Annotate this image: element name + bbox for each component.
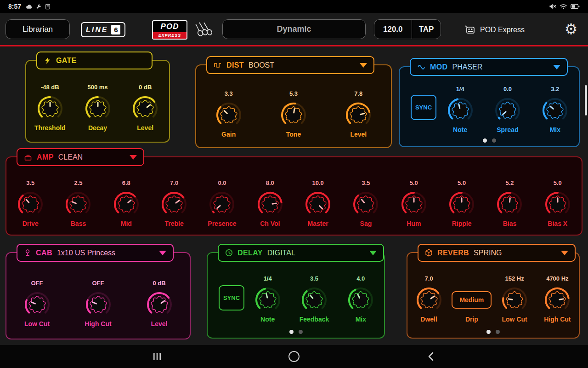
- pagination-dots[interactable]: [208, 330, 384, 334]
- express-logo-text: EXPRESS: [153, 32, 187, 39]
- delay-block: DELAY DIGITAL SYNC 1/4Note3.5Feedback4.0…: [207, 252, 385, 339]
- param-value: 0 dB: [153, 280, 165, 287]
- mod-header[interactable]: MOD PHASER: [410, 58, 568, 76]
- knob-mid[interactable]: 6.8Mid: [102, 179, 150, 227]
- knob-icon: [346, 285, 375, 315]
- gate-params: -48 dBThreshold500 msDecay0 dBLevel: [26, 72, 169, 132]
- param-value: OFF: [31, 280, 43, 287]
- knob-icon: [303, 190, 333, 219]
- param-value: 5.2: [505, 179, 514, 187]
- param-value: 3.5: [310, 275, 318, 282]
- knob-icon: [446, 96, 475, 125]
- param-label: Ripple: [452, 220, 472, 227]
- dist-params: 3.3Gain5.3Tone7.8Level: [196, 76, 391, 138]
- mod-body: SYNC 1/4Note0.0Spread3.2Mix: [400, 78, 579, 146]
- line6-logo-text: LINE: [86, 26, 108, 34]
- microphone-icon: [24, 249, 31, 257]
- knob-decay[interactable]: 500 msDecay: [74, 84, 122, 132]
- block-name: AMP: [37, 153, 54, 161]
- tap-tempo-button[interactable]: TAP: [412, 25, 441, 34]
- param-label: Note: [453, 126, 467, 133]
- param-button-drip[interactable]: Medium: [452, 291, 492, 309]
- param-value: 4700 Hz: [546, 275, 568, 282]
- param-value: 3.5: [26, 179, 34, 187]
- librarian-button[interactable]: Librarian: [6, 19, 70, 39]
- block-name: DIST: [226, 61, 244, 69]
- guitars-icon[interactable]: [195, 21, 216, 38]
- reverb-params: 7.0Dwell MediumDrip152 HzLow Cut4700 HzH…: [407, 264, 579, 323]
- knob-bass[interactable]: 2.5Bass: [54, 179, 102, 227]
- knob-mix[interactable]: 4.0Mix: [338, 275, 384, 323]
- tempo-value[interactable]: 120.0: [374, 25, 412, 34]
- knob-low-cut[interactable]: 152 HzLow Cut: [493, 275, 536, 323]
- knob-note[interactable]: 1/4Note: [244, 275, 291, 323]
- battery-icon: [571, 4, 580, 9]
- knob-master[interactable]: 10.0Master: [294, 179, 342, 227]
- knob-icon: [279, 100, 308, 130]
- knob-level[interactable]: 0 dBLevel: [129, 280, 190, 328]
- block-name: MOD: [430, 63, 448, 71]
- knob-drive[interactable]: 3.5Drive: [6, 179, 54, 227]
- page-dot[interactable]: [289, 330, 294, 334]
- app-root: 8:57 Librarian LINE 6 POD EXPRESS: [0, 0, 588, 368]
- amp-body: 3.5Drive2.5Bass6.8Mid7.0Treble0.0Presenc…: [6, 168, 582, 235]
- pod-express-logo: POD EXPRESS: [152, 20, 187, 40]
- app-toolbar: Librarian LINE 6 POD EXPRESS Dynamic 120…: [0, 13, 588, 45]
- dropdown-caret-icon: [159, 251, 166, 255]
- scrollbar[interactable]: [585, 85, 587, 115]
- page-dot[interactable]: [486, 330, 491, 334]
- reverb-header[interactable]: REVERB SPRING: [418, 244, 576, 262]
- dist-body: 3.3Gain5.3Tone7.8Level: [196, 76, 391, 147]
- knob-icon: [253, 285, 283, 315]
- page-dot[interactable]: [496, 330, 500, 334]
- knob-mix[interactable]: 3.2Mix: [531, 86, 579, 133]
- knob-gain[interactable]: 3.3Gain: [196, 90, 261, 138]
- recents-button[interactable]: [148, 347, 166, 366]
- page-dot[interactable]: [299, 330, 303, 334]
- knob-threshold[interactable]: -48 dBThreshold: [26, 84, 74, 132]
- knob-spread[interactable]: 0.0Spread: [484, 86, 531, 133]
- knob-ch-vol[interactable]: 8.0Ch Vol: [246, 179, 294, 227]
- knob-bias[interactable]: 5.2Bias: [486, 179, 533, 227]
- param-value: 8.0: [266, 179, 274, 187]
- pagination-dots[interactable]: [407, 330, 579, 334]
- cab-header[interactable]: CAB 1x10 US Princess: [17, 244, 174, 262]
- knob-ripple[interactable]: 5.0Ripple: [438, 179, 486, 227]
- param-label: Treble: [165, 220, 184, 227]
- knob-low-cut[interactable]: OFFLow Cut: [6, 280, 68, 328]
- knob-feedback[interactable]: 3.5Feedback: [291, 275, 337, 323]
- gate-icon: [44, 57, 51, 64]
- device-selector[interactable]: POD Express: [465, 24, 525, 36]
- page-dot[interactable]: [483, 138, 487, 143]
- settings-gear-icon[interactable]: ⚙: [561, 19, 581, 39]
- amp-header[interactable]: AMP CLEAN: [17, 148, 144, 166]
- sync-button[interactable]: SYNC: [219, 285, 244, 310]
- gate-header[interactable]: GATE: [36, 52, 153, 69]
- knob-treble[interactable]: 7.0Treble: [150, 179, 198, 227]
- delay-header[interactable]: DELAY DIGITAL: [218, 244, 384, 262]
- knob-presence[interactable]: 0.0Presence: [198, 179, 246, 227]
- knob-bias-x[interactable]: 5.0Bias X: [534, 179, 582, 227]
- knob-high-cut[interactable]: OFFHigh Cut: [68, 280, 129, 328]
- param-label: Dwell: [420, 316, 437, 323]
- knob-high-cut[interactable]: 4700 HzHigh Cut: [536, 275, 579, 323]
- knob-icon: [495, 190, 524, 219]
- home-button[interactable]: [285, 347, 303, 366]
- preset-selector[interactable]: Dynamic: [222, 19, 366, 39]
- knob-level[interactable]: 7.8Level: [326, 90, 391, 138]
- knob-level[interactable]: 0 dBLevel: [121, 84, 169, 132]
- knob-tone[interactable]: 5.3Tone: [261, 90, 326, 138]
- knob-dwell[interactable]: 7.0Dwell: [407, 275, 450, 323]
- sync-button[interactable]: SYNC: [411, 95, 436, 120]
- reverb-block: REVERB SPRING 7.0Dwell MediumDrip152 HzL…: [407, 252, 580, 339]
- pagination-dots[interactable]: [400, 138, 579, 143]
- knob-note[interactable]: 1/4Note: [436, 86, 484, 133]
- dist-header[interactable]: DIST BOOST: [206, 56, 374, 74]
- back-button[interactable]: [422, 347, 440, 366]
- knob-sag[interactable]: 3.5Sag: [342, 179, 390, 227]
- knob-hum[interactable]: 5.0Hum: [390, 179, 438, 227]
- param-value: 1/4: [264, 275, 272, 282]
- param-label: Sag: [360, 220, 372, 227]
- param-label: High Cut: [544, 316, 571, 323]
- page-dot[interactable]: [492, 138, 496, 143]
